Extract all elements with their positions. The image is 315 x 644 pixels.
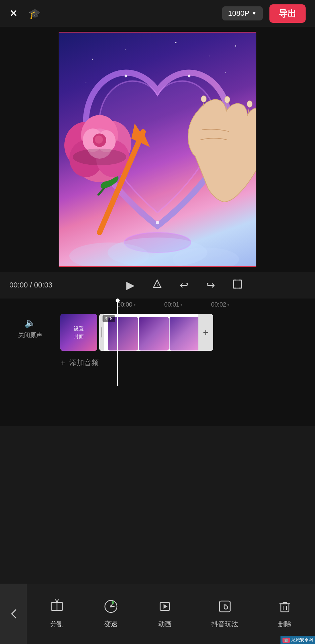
add-audio-row[interactable]: + 添加音频	[60, 354, 315, 371]
svg-point-34	[201, 96, 206, 102]
toolbar-item-tiktok[interactable]: 抖音玩法	[211, 599, 238, 629]
playhead	[117, 299, 118, 386]
delete-icon	[277, 599, 292, 616]
split-label: 分割	[50, 620, 64, 629]
cover-thumbnail[interactable]: 设置 封面	[60, 314, 97, 351]
svg-point-15	[108, 237, 207, 266]
clip-container[interactable]: 3.0s +	[99, 314, 213, 351]
delete-label: 删除	[278, 620, 292, 629]
toolbar-item-split[interactable]: 分割	[50, 599, 64, 629]
svg-point-35	[225, 96, 230, 103]
clip-duration-badge: 3.0s	[103, 315, 115, 322]
ruler-mark-1: 00:01	[164, 301, 211, 308]
play-button[interactable]: ▶	[126, 279, 135, 291]
toolbar-item-animate[interactable]: 动画	[158, 599, 172, 629]
svg-point-0	[92, 59, 93, 60]
svg-point-36	[247, 101, 252, 107]
svg-point-7	[125, 75, 127, 77]
cover-text-line1: 设置	[74, 325, 84, 332]
redo-button[interactable]: ↪	[206, 279, 215, 291]
toolbar-item-delete[interactable]: 删除	[277, 599, 292, 629]
svg-point-1	[125, 49, 126, 50]
frame-thumb-2	[139, 317, 169, 351]
svg-rect-54	[281, 604, 289, 612]
bottom-toolbar: 分割 变速 动画 抖音玩法 删除	[0, 584, 315, 644]
svg-point-11	[156, 221, 159, 224]
playback-bar: 00:00 / 00:03 ▶ ↩ ↪	[0, 272, 315, 299]
top-bar-left: ✕ 🎓	[9, 8, 41, 19]
track-label-area: 🔈 关闭原声	[0, 314, 60, 339]
svg-point-29	[73, 149, 126, 165]
top-bar: ✕ 🎓 1080P ▼ 导出	[0, 0, 315, 27]
spacer	[0, 386, 315, 426]
svg-point-50	[112, 601, 114, 604]
ruler-mark-0: 00:00	[117, 301, 164, 308]
svg-rect-53	[219, 601, 230, 612]
watermark: 🤖 龙城安卓网	[280, 636, 315, 644]
learn-button[interactable]: 🎓	[28, 8, 41, 19]
animate-icon	[158, 599, 172, 616]
svg-marker-52	[164, 604, 168, 609]
fullscreen-button[interactable]	[233, 279, 243, 291]
speed-icon	[104, 599, 118, 616]
svg-rect-43	[234, 280, 242, 288]
clip-handle-right[interactable]: +	[198, 314, 213, 351]
trim-button[interactable]	[152, 279, 162, 291]
time-display: 00:00 / 00:03	[9, 281, 63, 289]
timeline-ruler: 00:00 00:01 00:02	[0, 299, 315, 311]
mute-label: 关闭原声	[18, 331, 42, 339]
animate-label: 动画	[158, 620, 172, 629]
speed-label: 变速	[104, 620, 118, 629]
tracks-container: 🔈 关闭原声 设置 封面 3.0s	[0, 311, 315, 354]
playback-controls: ▶ ↩ ↪	[63, 279, 306, 291]
svg-point-5	[85, 82, 86, 83]
export-button[interactable]: 导出	[269, 4, 306, 23]
frame-thumb-3	[170, 317, 200, 351]
video-track-row: 设置 封面 3.0s +	[60, 314, 315, 351]
rose-element	[59, 92, 143, 196]
hand-element	[169, 63, 256, 210]
svg-point-28	[95, 136, 103, 144]
video-preview-wrapper	[0, 27, 315, 272]
resolution-button[interactable]: 1080P ▼	[222, 6, 263, 20]
tiktok-label: 抖音玩法	[211, 620, 238, 629]
clip-frames	[105, 316, 202, 351]
svg-point-4	[235, 45, 236, 47]
frame-thumb-1	[108, 317, 138, 351]
ruler-mark-2: 00:02	[211, 301, 258, 308]
split-icon	[50, 599, 64, 616]
timeline-area: 00:00 00:01 00:02 🔈 关闭原声 设置 封面	[0, 299, 315, 386]
top-bar-right: 1080P ▼ 导出	[222, 4, 306, 23]
video-frame	[59, 32, 256, 267]
undo-button[interactable]: ↩	[180, 279, 189, 291]
close-button[interactable]: ✕	[9, 8, 18, 18]
toolbar-item-speed[interactable]: 变速	[104, 599, 118, 629]
tiktok-icon	[217, 599, 232, 616]
cover-text-line2: 封面	[74, 333, 84, 340]
svg-point-2	[175, 42, 177, 43]
back-button[interactable]	[0, 584, 27, 644]
mute-icon[interactable]: 🔈	[24, 317, 36, 328]
toolbar-items: 分割 变速 动画 抖音玩法 删除	[27, 599, 315, 629]
svg-point-3	[208, 55, 209, 56]
